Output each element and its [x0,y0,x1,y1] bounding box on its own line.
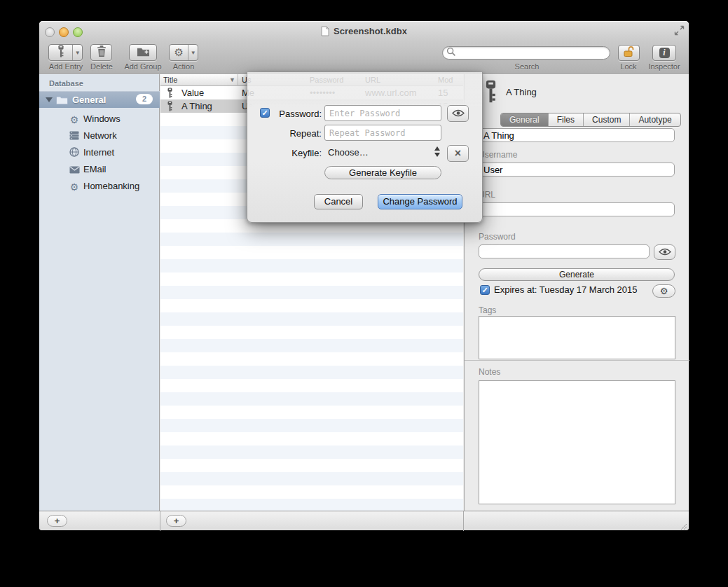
search-label: Search [507,62,547,71]
clear-keyfile-button[interactable]: × [447,145,469,162]
title-field[interactable] [479,128,675,142]
titlebar: Screenshot.kdbx [39,26,689,39]
lock-button[interactable] [618,45,640,61]
key-icon [167,88,173,100]
popup-stepper-icon[interactable] [434,146,441,159]
notes-field[interactable] [479,380,675,504]
key-icon [49,45,72,60]
sidebar-section-header: Database [49,79,83,88]
key-icon [485,80,497,105]
folder-add-icon [137,46,150,60]
tab-autotype[interactable]: Autotype [629,113,680,126]
column-divider[interactable] [238,74,238,86]
entry-count-badge: 2 [136,94,153,104]
unlock-icon [623,46,635,60]
footer-divider [160,511,160,531]
generate-password-button[interactable]: Generate [479,268,675,281]
add-group-label: Add Group [121,62,165,71]
dialog-password-label: Password: [254,109,322,119]
search-input[interactable] [456,48,596,58]
expires-label: Expires at: Tuesday 17 March 2015 [494,284,638,295]
tab-general[interactable]: General [501,113,548,126]
app-window: Screenshot.kdbx ▼ ⚙ ▼ Add Entry Delete A… [39,21,689,530]
sidebar-item-label: Network [83,130,117,141]
show-password-button[interactable] [447,105,469,122]
sidebar-item-windows[interactable]: ⚙ Windows [39,111,160,127]
group-label: General [72,95,106,105]
sidebar-item-email[interactable]: EMail [39,161,160,178]
keyfile-popup[interactable]: Choose… [328,147,369,158]
change-password-dialog: ✓ Password: Repeat: Keyfile: Choose… × G… [247,72,483,223]
inspector-label: Inspector [643,62,685,71]
window-header: Screenshot.kdbx ▼ ⚙ ▼ Add Entry Delete A… [39,21,689,74]
fullscreen-icon[interactable] [674,25,685,36]
gear-icon: ⚙ [69,113,80,125]
show-password-button[interactable] [654,244,675,260]
sidebar-item-label: Internet [83,147,114,158]
gear-icon: ⚙ [69,181,80,192]
search-icon [446,47,456,60]
password-field[interactable] [479,244,650,258]
tab-custom[interactable]: Custom [583,113,629,126]
notes-label: Notes [479,367,500,377]
expires-options-button[interactable]: ⚙ [652,284,675,298]
trash-icon [97,46,107,60]
eye-icon [452,107,465,120]
window-title: Screenshot.kdbx [334,26,407,36]
cell-title: Value [181,88,204,98]
folder-icon [56,95,68,107]
gear-icon: ⚙ [660,286,668,296]
dialog-password-input[interactable] [324,105,441,121]
change-password-button[interactable]: Change Password [378,194,462,209]
envelope-icon [69,164,80,175]
footer-divider [463,511,464,531]
document-icon [321,26,329,39]
key-icon [167,101,173,113]
url-field[interactable] [479,202,675,216]
chevron-down-icon[interactable]: ▼ [72,45,82,60]
sidebar-item-label: Homebanking [83,181,139,191]
cell-title: A Thing [181,101,212,111]
search-field[interactable] [442,46,610,60]
dialog-repeat-input[interactable] [324,125,441,141]
resize-grip[interactable] [679,520,687,529]
inspector-entry-title: A Thing [506,87,537,97]
sidebar-item-network[interactable]: Network [39,127,160,144]
tags-label: Tags [479,305,496,315]
password-label: Password [479,232,516,242]
tags-field[interactable] [479,316,675,359]
tab-files[interactable]: Files [548,113,583,126]
chevron-down-icon[interactable]: ▼ [188,45,198,60]
column-title[interactable]: Title [163,76,177,84]
sidebar-item-homebanking[interactable]: ⚙ Homebanking [39,178,160,195]
sidebar-item-label: EMail [83,164,107,174]
expires-checkbox[interactable]: ✓ [480,285,490,295]
sidebar-group-general[interactable]: General 2 [39,91,160,108]
add-group-button[interactable] [129,44,157,61]
sidebar-item-label: Windows [83,113,121,124]
action-button[interactable]: ⚙ ▼ [169,44,198,61]
sidebar-item-internet[interactable]: Internet [39,144,160,161]
add-group-footer-button[interactable]: + [47,515,67,527]
close-icon: × [455,148,461,159]
add-entry-footer-button[interactable]: + [166,515,186,527]
group-sidebar: Database General 2 ⚙ Windows Network Int… [39,74,160,511]
section-divider [465,360,689,361]
delete-button[interactable] [90,44,112,61]
eye-icon [659,247,671,258]
expires-row: ✓ Expires at: Tuesday 17 March 2015 [480,284,638,295]
username-label: Username [479,150,517,160]
generate-keyfile-button[interactable]: Generate Keyfile [324,166,441,179]
inspector-button[interactable]: i [652,45,676,61]
inspector-tabs: General Files Custom Autotype [500,113,681,127]
server-icon [69,130,80,141]
sort-descending-icon[interactable]: ▼ [229,76,235,83]
add-entry-button[interactable]: ▼ [48,44,83,61]
window-footer: + + [39,511,689,530]
disclosure-triangle-icon[interactable] [46,97,53,102]
dialog-keyfile-label: Keyfile: [254,148,322,158]
username-field[interactable] [479,163,675,177]
delete-label: Delete [88,62,115,71]
cancel-button[interactable]: Cancel [314,194,363,209]
dialog-repeat-label: Repeat: [254,128,322,139]
